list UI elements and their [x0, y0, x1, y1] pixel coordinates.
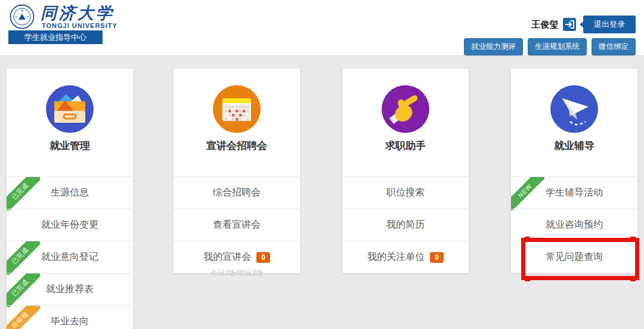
- highlight-annotation-handle: [630, 276, 636, 281]
- card-3: 求职助手职位搜索我的简历我的关注单位0: [342, 68, 469, 274]
- menu-item-label: 就业年份变更: [41, 219, 98, 231]
- menu-item[interactable]: 就业年份变更: [7, 209, 133, 241]
- pointing-hand-icon: [382, 85, 429, 133]
- card-title: 求职助手: [342, 139, 469, 153]
- university-name-zh: 同济大学: [41, 2, 114, 24]
- card-title: 就业管理: [7, 139, 133, 153]
- menu-item[interactable]: 就业咨询预约: [511, 209, 637, 241]
- menu-item-label: 生源信息: [51, 187, 89, 199]
- menu-item[interactable]: 综合招聘会: [174, 176, 300, 209]
- menu-item-label: 毕业去向: [51, 315, 89, 328]
- menu-item[interactable]: 已完成生源信息: [7, 176, 133, 209]
- menu-item[interactable]: 我的简历: [342, 209, 469, 241]
- page-header: 同济大学 TONGJI UNIVERSITY 学生就业指导中心 王俊玺 退出登录…: [0, 0, 644, 56]
- menu-item-label: 常见问题查询: [546, 251, 603, 263]
- menu-item-label: 我的简历: [386, 219, 425, 231]
- card-header: 就业管理: [7, 85, 133, 176]
- menu-item[interactable]: NEW学生辅导活动: [511, 176, 637, 209]
- status-ribbon: NEW: [511, 177, 544, 210]
- menu-item[interactable]: 常见问题查询: [511, 241, 637, 273]
- menu-item-label: 查看宣讲会: [213, 219, 261, 231]
- logout-button[interactable]: 退出登录: [583, 15, 636, 33]
- count-badge: 0: [256, 252, 270, 263]
- menu-item[interactable]: 已完成就业意向登记: [7, 241, 133, 273]
- menu-item-label: 我的关注单位: [367, 251, 425, 263]
- cards-area: 就业管理已完成生源信息就业年份变更已完成就业意向登记已完成就业推荐表待审核毕业去…: [0, 57, 644, 329]
- menu-item-label: 综合招聘会: [213, 187, 261, 199]
- username: 王俊玺: [531, 19, 558, 30]
- menu-item-label: 学生辅导活动: [546, 187, 603, 199]
- status-ribbon-corner: NEW: [511, 177, 544, 210]
- center-name-banner: 学生就业指导中心: [8, 30, 103, 44]
- card-header: 就业辅导: [511, 85, 637, 176]
- nav-button-career-planning[interactable]: 生涯规划系统: [528, 38, 587, 55]
- status-ribbon: 已完成: [7, 274, 40, 307]
- user-row: 王俊玺 退出登录: [531, 15, 636, 33]
- status-ribbon: 已完成: [7, 241, 40, 275]
- card-title: 宣讲会招聘会: [174, 139, 300, 153]
- status-ribbon-corner: 待审核: [7, 306, 40, 329]
- card-header: 宣讲会招聘会: [174, 85, 300, 176]
- status-ribbon-corner: 已完成: [7, 241, 40, 275]
- calendar-icon: [213, 85, 261, 133]
- count-badge: 0: [430, 252, 444, 263]
- card-4: 就业辅导NEW学生辅导活动就业咨询预约常见问题查询: [510, 68, 638, 274]
- status-ribbon: 已完成: [7, 177, 40, 210]
- menu-item-label: 就业咨询预约: [546, 219, 603, 231]
- menu-item[interactable]: 职位搜索: [342, 176, 469, 209]
- archive-drawer-icon: [46, 85, 94, 133]
- status-ribbon: 待审核: [7, 306, 40, 329]
- header-nav: 就业能力测评 生涯规划系统 微信绑定: [464, 38, 636, 55]
- menu-item[interactable]: 已完成就业推荐表: [7, 273, 133, 305]
- menu-item-label: 就业推荐表: [46, 283, 94, 296]
- card-footer-note: 今日2场/明日2场: [173, 268, 301, 278]
- highlight-annotation-handle: [525, 276, 530, 281]
- menu-item[interactable]: 查看宣讲会: [174, 209, 300, 241]
- university-seal-icon: [10, 4, 35, 29]
- nav-button-career-test[interactable]: 就业能力测评: [464, 38, 523, 55]
- card-1: 就业管理已完成生源信息就业年份变更已完成就业意向登记已完成就业推荐表待审核毕业去…: [6, 68, 134, 329]
- menu-item-label: 就业意向登记: [41, 251, 98, 263]
- card-title: 就业辅导: [511, 139, 637, 153]
- menu-item[interactable]: 待审核毕业去向: [7, 305, 133, 329]
- nav-button-wechat-bind[interactable]: 微信绑定: [592, 38, 636, 55]
- paper-plane-icon: [550, 85, 598, 133]
- university-name-en: TONGJI UNIVERSITY: [42, 22, 117, 29]
- card-header: 求职助手: [342, 85, 469, 176]
- card-2: 宣讲会招聘会综合招聘会查看宣讲会我的宣讲会0: [173, 68, 301, 274]
- menu-item-label: 职位搜索: [386, 187, 425, 199]
- menu-item[interactable]: 我的关注单位0: [342, 241, 469, 273]
- status-ribbon-corner: 已完成: [7, 274, 40, 307]
- menu-item-label: 我的宣讲会: [203, 251, 251, 263]
- logout-icon[interactable]: [563, 18, 576, 31]
- status-ribbon-corner: 已完成: [7, 177, 40, 210]
